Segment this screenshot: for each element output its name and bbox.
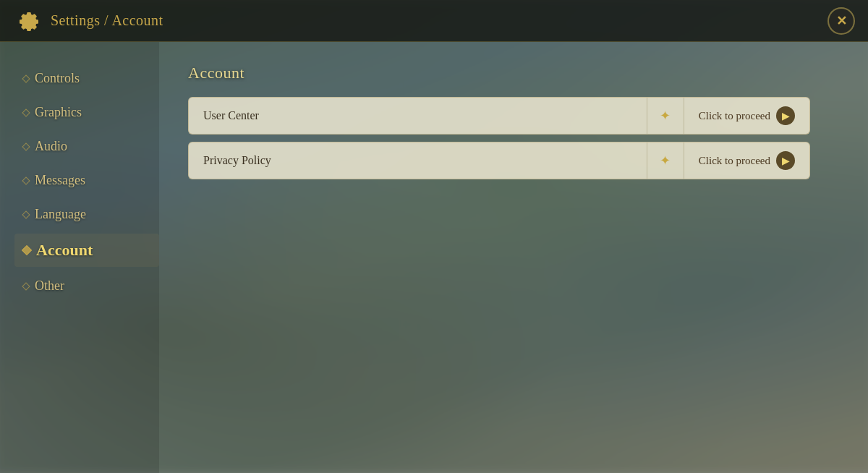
header-bar: Settings / Account ✕	[0, 0, 868, 42]
sidebar-label-language: Language	[35, 207, 86, 222]
arrow-icon: ▶	[776, 151, 795, 170]
close-icon: ✕	[836, 13, 847, 29]
content-title: Account	[188, 64, 839, 82]
sidebar-item-controls[interactable]: Controls	[14, 64, 159, 93]
sidebar-item-audio[interactable]: Audio	[14, 132, 159, 161]
privacy-policy-label: Privacy Policy	[189, 154, 647, 167]
diamond-icon	[22, 108, 30, 116]
diamond-icon	[22, 176, 30, 184]
diamond-icon	[22, 142, 30, 150]
diamond-icon	[22, 282, 30, 290]
diamond-icon-active	[22, 245, 32, 255]
sidebar-label-controls: Controls	[35, 71, 80, 86]
star-icon: ✦	[647, 108, 684, 124]
user-center-label: User Center	[189, 109, 647, 122]
privacy-policy-row[interactable]: Privacy Policy ✦ Click to proceed ▶	[188, 142, 810, 179]
privacy-policy-action-label: Click to proceed	[699, 155, 770, 167]
sidebar-item-graphics[interactable]: Graphics	[14, 98, 159, 127]
user-center-row[interactable]: User Center ✦ Click to proceed ▶	[188, 97, 810, 135]
sidebar-item-language[interactable]: Language	[14, 200, 159, 229]
arrow-icon: ▶	[776, 106, 795, 125]
content-panel: Account User Center ✦ Click to proceed ▶…	[159, 42, 868, 473]
main-content: Controls Graphics Audio Messages Languag…	[0, 42, 868, 473]
sidebar-label-other: Other	[35, 278, 64, 294]
sidebar-label-graphics: Graphics	[35, 105, 82, 120]
privacy-policy-action: Click to proceed ▶	[684, 151, 809, 170]
close-button[interactable]: ✕	[827, 7, 855, 35]
sidebar-item-messages[interactable]: Messages	[14, 166, 159, 195]
sidebar-label-account: Account	[36, 241, 93, 260]
user-center-action-label: Click to proceed	[699, 110, 770, 122]
star-icon: ✦	[647, 153, 684, 169]
sidebar-label-audio: Audio	[35, 139, 67, 154]
sidebar-item-account[interactable]: Account	[14, 234, 159, 267]
gear-icon	[14, 8, 41, 34]
diamond-icon	[22, 210, 30, 218]
header-breadcrumb: Settings / Account	[51, 12, 163, 29]
sidebar-label-messages: Messages	[35, 173, 85, 188]
sidebar-item-other[interactable]: Other	[14, 271, 159, 301]
user-center-action: Click to proceed ▶	[684, 106, 809, 125]
diamond-icon	[22, 74, 30, 82]
sidebar: Controls Graphics Audio Messages Languag…	[0, 42, 159, 473]
